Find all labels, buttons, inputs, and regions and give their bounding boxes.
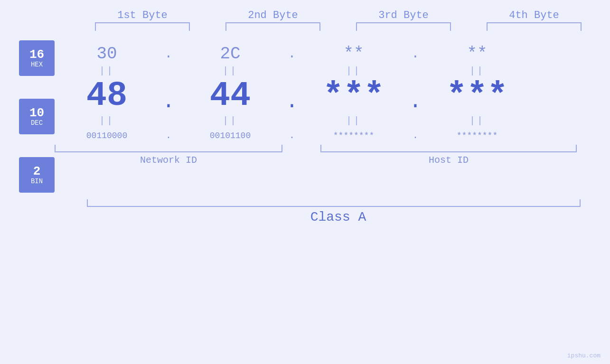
bin-row: 00110000 . 00101100 . ******** . *******… — [55, 130, 610, 141]
bottom-id-brackets: Network ID Host ID — [55, 145, 610, 166]
bin-val-4: ******** — [425, 131, 529, 140]
main-container: 1st Byte 2nd Byte 3rd Byte 4th Byte 16 H… — [0, 0, 610, 364]
class-section: Class A — [87, 199, 590, 224]
hex-val-1: 30 — [55, 44, 159, 64]
eq1-4: || — [425, 65, 529, 76]
bin-val-2: 00101100 — [178, 131, 282, 140]
class-label: Class A — [87, 210, 590, 224]
hex-dot-1: . — [159, 47, 178, 61]
bin-dot-1: . — [159, 130, 178, 141]
bracket-3 — [356, 22, 451, 31]
byte-header-3: 3rd Byte — [351, 9, 456, 21]
equals-row-2: || || || || — [55, 115, 610, 126]
dec-val-1: 48 — [55, 79, 159, 113]
hex-badge-num: 16 — [29, 48, 44, 62]
grid-rows: 30 . 2C . ** . ** || || || || 48 — [55, 36, 610, 193]
top-brackets — [77, 22, 600, 31]
watermark: ipshu.com — [567, 352, 601, 359]
network-bracket — [55, 145, 282, 152]
rows-container: 16 HEX 10 DEC 2 BIN 30 . 2C . ** . ** — [0, 36, 610, 193]
dec-badge: 10 DEC — [19, 99, 55, 134]
hex-val-4: ** — [425, 44, 529, 64]
eq2-3: || — [301, 115, 406, 126]
bin-badge-num: 2 — [33, 165, 41, 178]
bin-val-3: ******** — [301, 131, 406, 140]
eq1-2: || — [178, 65, 282, 76]
class-bracket — [87, 199, 581, 207]
host-id-label: Host ID — [429, 155, 469, 166]
byte-header-2: 2nd Byte — [221, 9, 325, 21]
bin-badge: 2 BIN — [19, 157, 55, 193]
hex-badge-name: HEX — [31, 61, 43, 68]
bin-dot-3: . — [406, 130, 425, 141]
eq2-4: || — [425, 115, 529, 126]
network-id-label: Network ID — [140, 155, 197, 166]
host-bracket — [320, 145, 577, 152]
byte-header-1: 1st Byte — [90, 9, 195, 21]
dec-dot-3: . — [406, 78, 425, 113]
hex-val-3: ** — [301, 44, 406, 64]
eq1-1: || — [55, 65, 159, 76]
hex-row: 30 . 2C . ** . ** — [55, 44, 610, 64]
hex-badge: 16 HEX — [19, 40, 55, 76]
bin-dot-2: . — [282, 130, 301, 141]
bracket-1 — [95, 22, 190, 31]
eq2-1: || — [55, 115, 159, 126]
bin-badge-name: BIN — [31, 178, 43, 185]
dec-badge-num: 10 — [29, 106, 44, 120]
bin-val-1: 00110000 — [55, 131, 159, 140]
dec-dot-2: . — [282, 78, 301, 113]
dec-val-2: 44 — [178, 79, 282, 113]
dec-val-3: *** — [301, 79, 406, 113]
network-id-section: Network ID — [55, 145, 282, 166]
equals-row-1: || || || || — [55, 65, 610, 76]
byte-headers: 1st Byte 2nd Byte 3rd Byte 4th Byte — [77, 9, 600, 21]
dec-val-4: *** — [425, 79, 529, 113]
left-badges: 16 HEX 10 DEC 2 BIN — [19, 36, 55, 193]
bracket-4 — [487, 22, 582, 31]
dec-dot-1: . — [159, 78, 178, 113]
byte-header-4: 4th Byte — [482, 9, 586, 21]
hex-dot-3: . — [406, 47, 425, 61]
dec-row: 48 . 44 . *** . *** — [55, 78, 610, 113]
hex-dot-2: . — [282, 47, 301, 61]
hex-val-2: 2C — [178, 44, 282, 64]
host-id-section: Host ID — [320, 145, 577, 166]
eq2-2: || — [178, 115, 282, 126]
bracket-2 — [225, 22, 320, 31]
dec-badge-name: DEC — [31, 120, 43, 127]
eq1-3: || — [301, 65, 406, 76]
